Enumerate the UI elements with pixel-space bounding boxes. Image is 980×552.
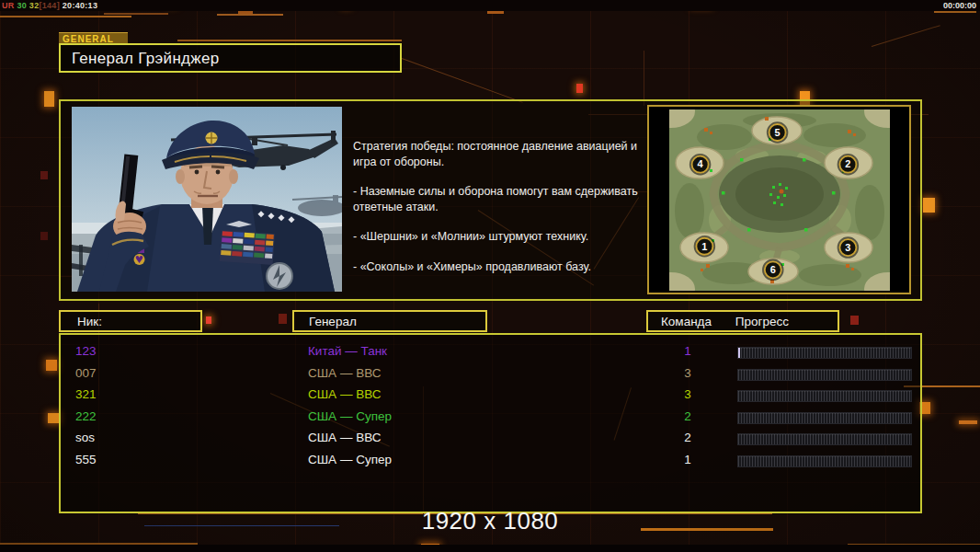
circuit-trace xyxy=(279,314,287,324)
circuit-trace xyxy=(576,84,583,93)
table-row: 123Китай — Танк1 xyxy=(61,341,920,362)
circuit-trace xyxy=(177,40,402,41)
player-team: 1 xyxy=(678,344,697,358)
map-image: 123456 xyxy=(669,109,890,291)
circuit-trace xyxy=(959,420,977,424)
header-team: Команда xyxy=(648,312,712,328)
circuit-trace xyxy=(644,51,644,106)
circuit-trace xyxy=(40,232,48,240)
progress-bar xyxy=(737,347,912,359)
debug-segment: 30 xyxy=(17,1,28,10)
shield-emblem-icon xyxy=(267,263,292,289)
circuit-trace xyxy=(217,14,283,16)
progress-bar xyxy=(737,390,912,402)
ribbon-rack-icon xyxy=(220,230,275,265)
loading-screen: UR 30 32[144] 20:40:13 00:00:00 GENERAL … xyxy=(0,0,980,552)
player-team: 3 xyxy=(678,387,697,401)
player-team: 2 xyxy=(678,409,697,423)
general-portrait xyxy=(72,107,342,292)
debug-segment: [144] xyxy=(39,1,62,10)
resolution-label: 1920 x 1080 xyxy=(0,507,980,535)
svg-text:5: 5 xyxy=(774,126,780,137)
players-table: 123Китай — Танк1007США — ВВС3321США — ВВ… xyxy=(59,333,922,513)
map-position-marker: 4 xyxy=(690,155,710,174)
svg-text:4: 4 xyxy=(697,158,703,169)
player-nick: 321 xyxy=(75,387,97,401)
player-team: 1 xyxy=(678,453,697,466)
player-general: США — Супер xyxy=(308,409,392,423)
player-nick: 555 xyxy=(75,453,97,466)
svg-text:6: 6 xyxy=(769,264,775,275)
progress-bar xyxy=(737,455,912,467)
svg-text:1: 1 xyxy=(701,240,707,251)
player-general: США — ВВС xyxy=(308,387,381,401)
debug-readout: UR 30 32[144] 20:40:13 xyxy=(2,1,97,10)
player-nick: 007 xyxy=(75,366,97,380)
strategy-briefing: Стратегия победы: постоянное давление ав… xyxy=(353,139,656,289)
table-row: 222США — Супер2 xyxy=(61,407,920,428)
circuit-trace xyxy=(934,11,976,13)
debug-segment: UR xyxy=(2,1,17,10)
circuit-trace xyxy=(206,316,211,324)
map-position-marker: 2 xyxy=(838,155,857,174)
header-nick: Ник: xyxy=(59,310,202,332)
circuit-trace xyxy=(0,16,131,17)
table-row: 007США — ВВС3 xyxy=(61,363,920,385)
bottom-letterbox-bar xyxy=(0,545,980,552)
map-position-marker: 5 xyxy=(768,122,787,142)
progress-bar xyxy=(737,369,912,381)
player-general: США — ВВС xyxy=(308,366,381,380)
map-position-marker: 1 xyxy=(694,236,713,256)
table-row: 321США — ВВС3 xyxy=(61,385,920,406)
circuit-trace xyxy=(46,360,57,371)
header-general: Генерал xyxy=(292,310,487,332)
player-nick: 222 xyxy=(75,409,97,423)
player-team: 3 xyxy=(678,366,697,380)
circuit-trace xyxy=(923,198,935,213)
circuit-trace xyxy=(850,316,859,325)
briefing-line: - Наземные силы и оборона помогут вам сд… xyxy=(353,184,656,214)
svg-text:3: 3 xyxy=(845,241,850,252)
player-general: США — ВВС xyxy=(308,431,381,444)
player-team: 2 xyxy=(678,431,697,444)
circuit-trace xyxy=(487,11,504,14)
progress-bar xyxy=(737,412,912,424)
map-position-marker: 6 xyxy=(763,259,782,279)
player-nick: 123 xyxy=(75,344,97,358)
briefing-line: - «Соколы» и «Химеры» продавливают базу. xyxy=(353,259,656,275)
match-timer: 00:00:00 xyxy=(943,1,976,10)
debug-segment: 32 xyxy=(29,1,40,10)
briefing-line: Стратегия победы: постоянное давление ав… xyxy=(353,139,656,169)
map-preview: 123456 xyxy=(647,105,911,294)
player-general: Китай — Танк xyxy=(308,344,387,358)
circuit-trace xyxy=(40,171,48,179)
circuit-diagonal-trace xyxy=(402,58,523,103)
circuit-trace xyxy=(44,91,54,107)
briefing-line: - «Шершни» и «Молнии» штурмуют технику. xyxy=(353,229,656,245)
circuit-trace xyxy=(104,13,168,15)
general-portrait-image xyxy=(72,107,342,292)
table-row: 555США — Супер1 xyxy=(61,450,920,471)
progress-bar xyxy=(737,433,912,445)
player-general: США — Супер xyxy=(308,453,392,466)
header-progress: Прогресс xyxy=(715,312,789,328)
general-name: Генерал Грэйнджер xyxy=(61,45,400,68)
general-title-box: Генерал Грэйнджер xyxy=(59,43,402,73)
debug-segment: 20:40:13 xyxy=(63,1,97,10)
map-position-marker: 3 xyxy=(838,237,857,257)
header-team-progress: Команда Прогресс xyxy=(646,310,839,332)
table-row: sosСША — ВВС2 xyxy=(61,428,920,449)
circuit-diagonal-trace xyxy=(872,25,940,47)
player-nick: sos xyxy=(75,431,95,444)
progress-fill xyxy=(738,348,740,358)
circuit-trace xyxy=(238,11,253,14)
top-letterbox-bar xyxy=(0,0,980,11)
svg-text:2: 2 xyxy=(845,158,850,169)
